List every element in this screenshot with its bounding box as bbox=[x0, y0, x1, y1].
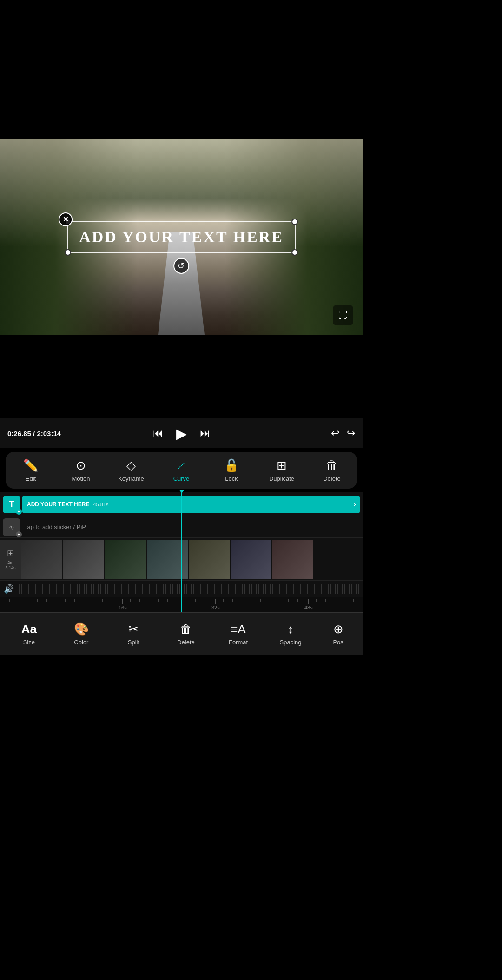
delete-bottom-icon: 🗑 bbox=[180, 622, 192, 636]
black-top-area bbox=[0, 0, 363, 139]
timeline-ruler: 16s 32s 48s bbox=[0, 597, 363, 612]
thumbnail-3 bbox=[105, 540, 146, 579]
undo-button[interactable]: ↩ bbox=[331, 427, 339, 439]
rotate-handle[interactable]: ↺ bbox=[173, 258, 189, 274]
motion-icon: ⊙ bbox=[76, 458, 86, 473]
bottom-item-delete[interactable]: 🗑 Delete bbox=[167, 622, 205, 646]
position-icon: ⊕ bbox=[333, 622, 343, 636]
ruler-label-32s: 32s bbox=[211, 605, 220, 610]
sticker-label: Tap to add sticker / PiP bbox=[24, 523, 86, 530]
delete-label: Delete bbox=[323, 475, 341, 482]
bottom-item-spacing[interactable]: ↕ Spacing bbox=[272, 622, 309, 646]
thumbnail-5 bbox=[189, 540, 230, 579]
audio-track: 🔊 bbox=[0, 581, 363, 597]
format-icon: ≡A bbox=[231, 622, 246, 636]
format-label: Format bbox=[229, 639, 248, 646]
toolbar-item-motion[interactable]: ⊙ Motion bbox=[62, 456, 99, 485]
sticker-plus: + bbox=[16, 531, 22, 537]
curve-icon: ⟋ bbox=[175, 458, 187, 473]
toolbar-item-keyframe[interactable]: ◇ Keyframe bbox=[112, 456, 150, 485]
toolbar-item-delete[interactable]: 🗑 Delete bbox=[313, 456, 350, 485]
thumbnail-6 bbox=[231, 540, 271, 579]
split-icon: ✂ bbox=[128, 622, 139, 636]
action-toolbar: ✏️ Edit ⊙ Motion ◇ Keyframe ⟋ Curve 🔓 Lo… bbox=[6, 452, 357, 489]
toolbar-item-curve[interactable]: ⟋ Curve bbox=[163, 456, 200, 485]
bottom-item-size[interactable]: Aa Size bbox=[10, 622, 47, 646]
text-clip[interactable]: ADD YOUR TEXT HERE 45.81s › bbox=[22, 496, 360, 513]
timeline-container: T + ADD YOUR TEXT HERE 45.81s › ∿ + Tap … bbox=[0, 492, 363, 612]
thumbnail-4 bbox=[147, 540, 188, 579]
sticker-icon: ∿ bbox=[9, 523, 14, 531]
undo-redo-group: ↩ ↪ bbox=[331, 427, 355, 439]
delete-icon: 🗑 bbox=[326, 458, 338, 473]
text-overlay-container[interactable]: ✕ ADD YOUR TEXT HERE ↺ bbox=[67, 221, 296, 253]
duplicate-icon: ⊞ bbox=[277, 458, 287, 473]
waveform bbox=[17, 584, 359, 594]
video-track: ⊞ 2m 3.14s bbox=[0, 538, 363, 581]
thumbnail-1 bbox=[21, 540, 62, 579]
redo-button[interactable]: ↪ bbox=[347, 427, 355, 439]
toolbar-item-lock[interactable]: 🔓 Lock bbox=[213, 456, 250, 485]
toolbar-item-duplicate[interactable]: ⊞ Duplicate bbox=[263, 456, 300, 485]
black-middle-area bbox=[0, 335, 363, 418]
spacing-icon: ↕ bbox=[288, 622, 294, 636]
curve-label: Curve bbox=[173, 475, 190, 482]
duplicate-label: Duplicate bbox=[269, 475, 294, 482]
motion-label: Motion bbox=[72, 475, 90, 482]
text-track-plus: + bbox=[16, 509, 22, 515]
audio-icon: 🔊 bbox=[4, 584, 14, 594]
video-duration: 2m 3.14s bbox=[2, 560, 19, 570]
keyframe-icon: ◇ bbox=[126, 458, 136, 473]
lock-label: Lock bbox=[225, 475, 238, 482]
ruler-label-16s: 16s bbox=[119, 605, 127, 610]
delete-bottom-label: Delete bbox=[177, 639, 195, 646]
edit-icon: ✏️ bbox=[23, 458, 38, 473]
grid-icon: ⊞ bbox=[7, 548, 14, 558]
text-track-icon: T + bbox=[3, 496, 20, 513]
playback-bar: 0:26.85 / 2:03:14 ⏮ ▶ ⏭ ↩ ↪ bbox=[0, 418, 363, 448]
sticker-track-icon: ∿ + bbox=[3, 518, 20, 536]
keyframe-label: Keyframe bbox=[118, 475, 144, 482]
edit-label: Edit bbox=[26, 475, 36, 482]
play-button[interactable]: ▶ bbox=[176, 425, 187, 442]
skip-back-button[interactable]: ⏮ bbox=[153, 427, 163, 439]
lock-icon: 🔓 bbox=[224, 458, 239, 473]
thumbnails-container bbox=[21, 540, 363, 579]
video-track-icon: ⊞ 2m 3.14s bbox=[0, 540, 21, 579]
toolbar-item-edit[interactable]: ✏️ Edit bbox=[12, 456, 49, 485]
playback-controls: ⏮ ▶ ⏭ bbox=[153, 425, 210, 442]
time-display: 0:26.85 / 2:03:14 bbox=[7, 430, 61, 437]
bottom-item-color[interactable]: 🎨 Color bbox=[63, 622, 100, 646]
video-preview: ✕ ADD YOUR TEXT HERE ↺ ⛶ bbox=[0, 139, 363, 335]
sticker-track[interactable]: ∿ + Tap to add sticker / PiP bbox=[0, 516, 363, 538]
split-label: Split bbox=[128, 639, 139, 646]
size-label: Size bbox=[23, 639, 35, 646]
bottom-item-format[interactable]: ≡A Format bbox=[220, 622, 257, 646]
skip-forward-button[interactable]: ⏭ bbox=[200, 427, 210, 439]
corner-handle-br[interactable] bbox=[291, 249, 298, 256]
text-clip-arrow: › bbox=[353, 499, 356, 509]
ruler-label-48s: 48s bbox=[304, 605, 313, 610]
text-track: T + ADD YOUR TEXT HERE 45.81s › bbox=[0, 492, 363, 516]
position-label: Pos bbox=[333, 639, 343, 646]
thumbnail-7 bbox=[272, 540, 313, 579]
corner-handle-tr[interactable] bbox=[291, 219, 298, 225]
close-button[interactable]: ✕ bbox=[59, 212, 73, 226]
text-track-t-icon: T bbox=[9, 499, 14, 509]
spacing-label: Spacing bbox=[280, 639, 302, 646]
size-icon: Aa bbox=[21, 622, 37, 636]
overlay-text: ADD YOUR TEXT HERE bbox=[79, 228, 284, 245]
color-icon: 🎨 bbox=[74, 622, 89, 636]
text-clip-label: ADD YOUR TEXT HERE bbox=[27, 501, 89, 508]
thumbnail-2 bbox=[63, 540, 104, 579]
bottom-item-split[interactable]: ✂ Split bbox=[115, 622, 152, 646]
fullscreen-button[interactable]: ⛶ bbox=[333, 305, 353, 325]
bottom-toolbar: Aa Size 🎨 Color ✂ Split 🗑 Delete ≡A Form… bbox=[0, 612, 363, 655]
corner-handle-bl[interactable] bbox=[65, 249, 71, 256]
text-clip-duration: 45.81s bbox=[93, 502, 108, 507]
bottom-item-position[interactable]: ⊕ Pos bbox=[324, 622, 352, 646]
color-label: Color bbox=[74, 639, 88, 646]
text-overlay-box[interactable]: ADD YOUR TEXT HERE bbox=[67, 221, 296, 253]
